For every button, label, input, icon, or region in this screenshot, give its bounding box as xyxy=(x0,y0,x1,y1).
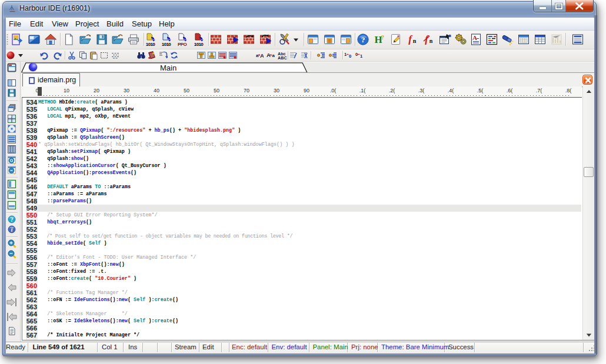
svg-text:n: n xyxy=(429,38,433,44)
svg-text:1010: 1010 xyxy=(162,42,172,46)
svg-text:1: 1 xyxy=(344,52,347,57)
svg-text:0: 0 xyxy=(355,52,358,57)
svg-text:1010: 1010 xyxy=(194,42,204,46)
svg-text:1010: 1010 xyxy=(146,42,156,46)
svg-text:n: n xyxy=(413,38,417,44)
svg-text:a: a xyxy=(272,53,275,58)
svg-text:?: ? xyxy=(361,35,365,44)
svg-text:a: a xyxy=(256,53,259,58)
svg-text:A: A xyxy=(472,34,477,41)
svg-text:i: i xyxy=(11,227,13,233)
svg-text:PPO: PPO xyxy=(178,42,187,46)
svg-text:ABC: ABC xyxy=(278,55,287,60)
svg-text:0: 0 xyxy=(349,54,351,59)
svg-text:A: A xyxy=(260,52,264,59)
svg-text:?: ? xyxy=(381,34,384,41)
svg-text:?: ? xyxy=(11,216,14,222)
svg-text:1: 1 xyxy=(360,54,362,59)
